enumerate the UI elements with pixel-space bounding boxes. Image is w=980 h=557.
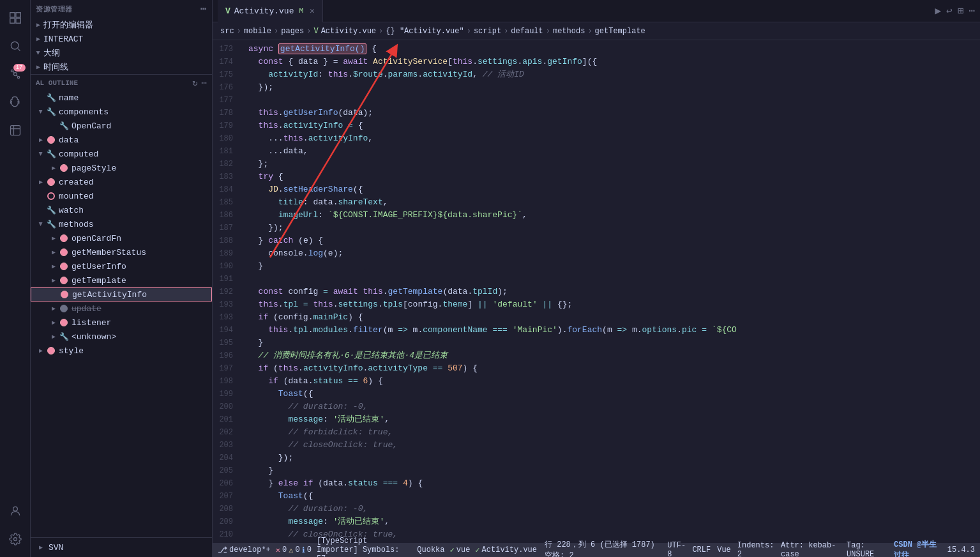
code-line-187: 187 }); [213, 222, 980, 234]
refresh-icon[interactable]: ↻ [192, 77, 197, 88]
editor-area: V Activity.vue M ✕ ▶ ↩ ⊞ ⋯ src › mobile … [213, 0, 980, 557]
svg-point-12 [13, 538, 17, 541]
run-icon[interactable]: ▶ [935, 4, 941, 17]
svg-point-7 [11, 70, 13, 72]
svg-line-10 [16, 75, 17, 77]
more-actions-icon[interactable]: ⋯ [969, 4, 975, 17]
attr-status: Attr: kebab-case [781, 541, 840, 557]
code-line-181: 181 ...data, [213, 145, 980, 158]
settings-icon[interactable] [3, 526, 28, 552]
tree-item-gettemplate[interactable]: ▶ getTemplate [31, 273, 212, 287]
quokka-status: Quokka [417, 546, 444, 554]
code-line-183: 183 try { [213, 171, 980, 183]
svg-line-5 [17, 49, 20, 51]
vue-status: ✓ vue [450, 546, 471, 555]
tree-item-opencardfn[interactable]: ▶ openCardFn [31, 231, 212, 245]
error-count[interactable]: ✕ 0 ⚠ 0 ℹ 0 [276, 546, 312, 555]
tree-item-watch[interactable]: ▶ 🔧 watch [31, 203, 212, 217]
error-icon: ✕ [276, 546, 280, 555]
tab-close-button[interactable]: ✕ [310, 6, 315, 16]
svg-rect-0 [10, 13, 14, 17]
tree-item-style[interactable]: ▶ style [31, 344, 212, 358]
code-line-196: 196 // 消费时间排名有礼·6·是已结束其他·4是已结束 [213, 349, 980, 362]
wrench-icon: 🔧 [46, 149, 56, 159]
red-circle-icon [59, 261, 69, 271]
tree-item-mounted[interactable]: ▶ mounted [31, 189, 212, 203]
account-icon[interactable] [3, 498, 28, 524]
encoding-status[interactable]: UTF-8 [667, 541, 686, 557]
tree-item-pagestyle[interactable]: ▶ pageStyle [31, 161, 212, 175]
code-line-180: 180 ...this.activityInfo, [213, 132, 980, 145]
svg-point-8 [17, 76, 19, 78]
tree-item-getmemberstatus[interactable]: ▶ getMemberStatus [31, 245, 212, 259]
tree-item-opencard[interactable]: ▶ 🔧 OpenCard [31, 119, 212, 133]
tree-item-name[interactable]: ▶ 🔧 name [31, 91, 212, 105]
tree-item-components[interactable]: ▶ 🔧 components [31, 105, 212, 119]
tree-item-unknown[interactable]: ▶ 🔧 <unknown> [31, 330, 212, 344]
code-line-186: 186 imageUrl: `${CONST.IMAGE_PREFIX}${da… [213, 209, 980, 222]
history-icon[interactable]: ↩ [946, 4, 953, 17]
tree-item-getuserinfo[interactable]: ▶ getUserInfo [31, 259, 212, 273]
svn-section: ▶ SVN [31, 537, 212, 557]
code-editor[interactable]: 173 async getActivityInfo() { 174 const … [213, 40, 980, 543]
section-arrow: ▶ [33, 20, 43, 30]
code-line-174: 174 const { data } = await ActivityServi… [213, 56, 980, 68]
code-line-185: 185 title: data.shareText, [213, 196, 980, 209]
red-circle-icon [59, 233, 69, 243]
code-line-198: 198 if (data.status == 6) { [213, 375, 980, 388]
wrench-icon: 🔧 [46, 205, 56, 215]
explorer-icon[interactable] [3, 5, 28, 31]
section-open-editors[interactable]: ▶ 打开的编辑器 [31, 18, 212, 32]
section-timeline[interactable]: ▶ 时间线 [31, 60, 212, 74]
tab-activity-vue[interactable]: V Activity.vue M ✕ [218, 0, 323, 22]
git-icon[interactable]: 17 [3, 61, 28, 87]
code-line-188: 188 } catch (e) { [213, 234, 980, 247]
wrench-icon: 🔧 [46, 107, 56, 117]
git-branch-icon: ⎇ [218, 545, 227, 555]
code-line-208: 208 // duration: -0, [213, 503, 980, 515]
branch-status[interactable]: ⎇ develop*+ [218, 545, 271, 555]
git-badge: 17 [13, 64, 26, 72]
debug-icon[interactable] [3, 89, 28, 115]
svn-item[interactable]: ▶ SVN [36, 540, 207, 554]
code-line-205: 205 } [213, 464, 980, 477]
code-line-200: 200 // duration: -0, [213, 401, 980, 413]
red-circle-icon [59, 289, 70, 300]
tab-label: Activity.vue [234, 6, 294, 16]
sidebar: 资源管理器 ⋯ ▶ 打开的编辑器 ▶ INTERACT ▶ 大纲 ▶ 时间线 A… [31, 0, 213, 557]
code-line-173: 173 async getActivityInfo() { [213, 43, 980, 56]
warning-icon: ⚠ [289, 546, 293, 555]
svg-rect-3 [15, 19, 20, 23]
code-line-204: 204 }); [213, 452, 980, 464]
tree-item-update[interactable]: ▶ update [31, 301, 212, 316]
al-outline-title: AL OUTLINE [36, 79, 78, 87]
code-line-184: 184 JD.setHeaderShare({ [213, 183, 980, 196]
sidebar-menu-icon[interactable]: ⋯ [200, 3, 207, 15]
file-status: ✓ Activity.vue [475, 546, 537, 555]
split-icon[interactable]: ⊞ [958, 4, 964, 17]
svg-point-11 [13, 507, 17, 511]
line-ending-status[interactable]: CRLF [692, 546, 711, 554]
code-line-177: 177 [213, 94, 980, 107]
code-line-178: 178 this.getUserInfo(data); [213, 107, 980, 119]
tree-item-methods[interactable]: ▶ 🔧 methods [31, 217, 212, 231]
toolbar-actions: ▶ ↩ ⊞ ⋯ [935, 4, 975, 17]
code-line-175: 175 activityId: this.$route.params.activ… [213, 68, 980, 81]
extensions-icon[interactable] [3, 118, 28, 143]
tree-item-getactivityinfo[interactable]: ▶ getActivityInfo [31, 287, 212, 301]
indent-status[interactable]: Indents: 2 [737, 541, 774, 557]
tree-item-created[interactable]: ▶ created [31, 175, 212, 189]
search-icon[interactable] [3, 33, 28, 59]
svg-rect-1 [15, 13, 20, 17]
tree-item-computed[interactable]: ▶ 🔧 computed [31, 147, 212, 161]
red-circle-icon [59, 247, 69, 257]
language-status[interactable]: Vue [717, 546, 731, 554]
section-interact[interactable]: ▶ INTERACT [31, 32, 212, 46]
tree-item-listener[interactable]: ▶ listener [31, 316, 212, 330]
red-circle-icon [59, 275, 69, 286]
more-icon[interactable]: ⋯ [202, 77, 207, 88]
tab-modified-indicator: M [299, 7, 303, 15]
section-outline[interactable]: ▶ 大纲 [31, 46, 212, 60]
tree-item-data[interactable]: ▶ data [31, 133, 212, 147]
wrench-icon: 🔧 [46, 93, 56, 103]
